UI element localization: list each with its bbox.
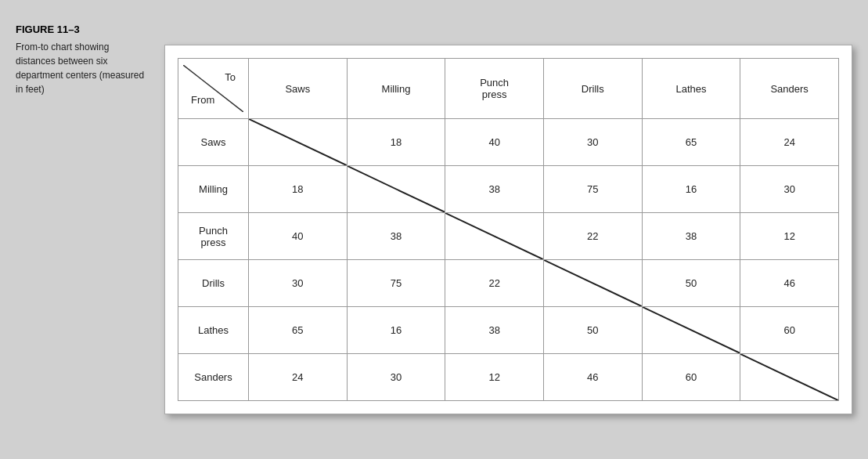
diagonal-cell bbox=[642, 307, 740, 354]
data-cell: 38 bbox=[445, 307, 544, 354]
data-cell: 75 bbox=[347, 260, 445, 307]
diagonal-cell bbox=[249, 119, 348, 166]
data-cell: 12 bbox=[445, 354, 544, 401]
row-header-lathes: Lathes bbox=[178, 307, 249, 354]
data-cell: 30 bbox=[249, 260, 348, 307]
data-cell: 60 bbox=[740, 307, 839, 354]
data-cell: 22 bbox=[543, 213, 642, 260]
data-cell: 16 bbox=[642, 166, 740, 213]
svg-line-1 bbox=[249, 119, 347, 165]
caption-text: From-to chart showing distances between … bbox=[16, 40, 149, 96]
svg-line-2 bbox=[348, 166, 445, 212]
row-header-sanders: Sanders bbox=[178, 354, 249, 401]
diagonal-cell-line bbox=[348, 166, 445, 212]
table-row: Sanders2430124660 bbox=[178, 354, 839, 401]
col-header-sanders: Sanders bbox=[740, 59, 839, 119]
col-header-punch-press: Punchpress bbox=[445, 59, 544, 119]
svg-line-6 bbox=[740, 354, 838, 400]
data-cell: 30 bbox=[347, 354, 445, 401]
row-header-punch-press: Punchpress bbox=[178, 213, 249, 260]
diagonal-cell-line bbox=[544, 260, 642, 306]
data-cell: 46 bbox=[543, 354, 642, 401]
corner-inner: To From bbox=[183, 65, 243, 112]
table-row: Drills3075225046 bbox=[178, 260, 839, 307]
data-cell: 24 bbox=[740, 119, 839, 166]
diagonal-cell bbox=[347, 166, 445, 213]
corner-from-label: From bbox=[191, 94, 214, 106]
data-cell: 75 bbox=[543, 166, 642, 213]
data-cell: 38 bbox=[642, 213, 740, 260]
caption-area: FIGURE 11–3 From-to chart showing distan… bbox=[16, 16, 149, 96]
col-header-lathes: Lathes bbox=[642, 59, 740, 119]
diagonal-cell-line bbox=[740, 354, 838, 400]
data-cell: 40 bbox=[445, 119, 544, 166]
data-cell: 65 bbox=[642, 119, 740, 166]
data-cell: 38 bbox=[445, 166, 544, 213]
chart-wrapper: To From Saws Milling Punchpress Drills L… bbox=[164, 45, 852, 414]
data-cell: 18 bbox=[347, 119, 445, 166]
figure-title: FIGURE 11–3 bbox=[16, 23, 149, 35]
col-header-milling: Milling bbox=[347, 59, 445, 119]
data-cell: 38 bbox=[347, 213, 445, 260]
row-header-saws: Saws bbox=[178, 119, 249, 166]
table-row: Lathes6516385060 bbox=[178, 307, 839, 354]
data-cell: 12 bbox=[740, 213, 839, 260]
svg-line-3 bbox=[445, 213, 543, 259]
diagonal-cell bbox=[445, 213, 544, 260]
row-header-milling: Milling bbox=[178, 166, 249, 213]
data-cell: 60 bbox=[642, 354, 740, 401]
table-row: Milling1838751630 bbox=[178, 166, 839, 213]
svg-line-5 bbox=[643, 307, 740, 353]
from-to-table: To From Saws Milling Punchpress Drills L… bbox=[178, 58, 839, 401]
data-cell: 30 bbox=[740, 166, 839, 213]
table-row: Saws1840306524 bbox=[178, 119, 839, 166]
data-cell: 50 bbox=[642, 260, 740, 307]
col-header-drills: Drills bbox=[543, 59, 642, 119]
data-cell: 24 bbox=[249, 354, 348, 401]
data-cell: 16 bbox=[347, 307, 445, 354]
data-cell: 18 bbox=[249, 166, 348, 213]
diagonal-cell-line bbox=[249, 119, 347, 165]
diagonal-cell-line bbox=[643, 307, 740, 353]
diagonal-cell bbox=[740, 354, 839, 401]
data-cell: 65 bbox=[249, 307, 348, 354]
svg-line-4 bbox=[544, 260, 642, 306]
data-cell: 40 bbox=[249, 213, 348, 260]
corner-header-cell: To From bbox=[178, 59, 249, 119]
data-cell: 22 bbox=[445, 260, 544, 307]
data-cell: 46 bbox=[740, 260, 839, 307]
table-row: Punchpress4038223812 bbox=[178, 213, 839, 260]
data-cell: 50 bbox=[543, 307, 642, 354]
page-container: FIGURE 11–3 From-to chart showing distan… bbox=[0, 0, 868, 459]
row-header-drills: Drills bbox=[178, 260, 249, 307]
diagonal-cell bbox=[543, 260, 642, 307]
col-header-saws: Saws bbox=[249, 59, 348, 119]
diagonal-cell-line bbox=[445, 213, 543, 259]
data-cell: 30 bbox=[543, 119, 642, 166]
